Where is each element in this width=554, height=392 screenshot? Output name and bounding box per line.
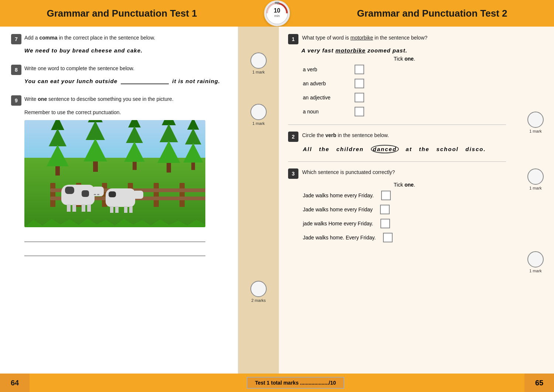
writing-line-1[interactable] (24, 231, 205, 242)
q8-text: Write one word to complete the sentence … (24, 65, 134, 72)
footer-center: Test 1 total marks ..................../… (30, 377, 554, 389)
q8-sentence-start: You can eat your lunch outside (24, 78, 119, 84)
cow-2 (106, 188, 135, 207)
test1-header: Grammar and Punctuation Test 1 (0, 0, 244, 27)
separator-2 (288, 161, 506, 162)
separator-1 (288, 125, 506, 125)
q2-circled-word: danced (371, 145, 399, 153)
q8-blank[interactable] (121, 83, 169, 84)
q1-option-3: an adjective (303, 93, 506, 102)
test2-title: Grammar and Punctuation Test 2 (357, 8, 507, 19)
svg-text:10: 10 (274, 7, 280, 14)
q1-mark-right: 1 mark (527, 112, 544, 133)
q1-opt4-box[interactable] (355, 107, 364, 116)
q9-mark: 2 marks (250, 281, 267, 303)
svg-text:min: min (274, 14, 280, 18)
tree-2 (83, 120, 107, 172)
q8-mark-circle (250, 104, 267, 120)
q9-mark-circle (250, 281, 267, 297)
q1-text: What type of word is motorbike in the se… (302, 34, 427, 42)
main-content: 7 Add a comma in the correct place in th… (0, 27, 554, 374)
q3-opt1-label: Jade walks home every Friday. (303, 192, 374, 198)
q8-row: 8 Write one word to complete the sentenc… (11, 65, 227, 75)
q3-mark-label-right: 1 mark (529, 269, 542, 273)
question-2: 2 Circle the verb in the sentence below.… (288, 132, 506, 153)
q8-sentence: You can eat your lunch outside it is not… (24, 78, 227, 84)
q2-bold: verb (325, 132, 336, 138)
q2-sentence: All the children danced at the school di… (303, 145, 506, 153)
timer-svg: 10 min (264, 2, 290, 25)
q8-sentence-end: it is not raining. (170, 78, 220, 84)
q1-opt1-box[interactable] (355, 65, 364, 74)
q8-mark: 1 mark (250, 104, 267, 126)
page-num-right: 65 (524, 374, 554, 392)
q3-option-4: Jade walks home. Every Friday. (303, 233, 506, 242)
q7-mark-circle (250, 52, 267, 69)
q7-text: Add a comma in the correct place in the … (24, 34, 155, 42)
page-num-left: 64 (0, 374, 30, 392)
test2-panel: 1 What type of word is motorbike in the … (279, 27, 517, 374)
q3-opt4-label: Jade walks home. Every Friday. (303, 235, 376, 241)
q1-badge: 1 (288, 34, 298, 44)
question-3: 3 Which sentence is punctuated correctly… (288, 168, 506, 242)
q7-sentence: We need to buy bread cheese and cake. (24, 47, 227, 54)
q1-mark-circle-right (527, 112, 544, 128)
q1-options: a verb an adverb an adjective a noun (303, 65, 506, 116)
writing-lines (24, 231, 227, 256)
far-right-column: 1 mark 1 mark 1 mark (517, 27, 554, 374)
q1-opt3-label: an adjective (303, 95, 347, 100)
writing-line-2[interactable] (24, 245, 205, 256)
q3-tick-label: Tick one. (303, 182, 506, 188)
q3-tick-bold: one (404, 182, 414, 188)
q1-underline-word: motorbike (350, 35, 373, 41)
svg-rect-2 (275, 2, 279, 4)
q3-opt1-box[interactable] (381, 191, 391, 200)
question-7: 7 Add a comma in the correct place in th… (11, 34, 227, 54)
q3-options: Jade walks home every Friday. Jade walks… (303, 191, 506, 242)
q2-mark-label-right: 1 mark (529, 186, 542, 190)
farm-image (24, 120, 205, 227)
q3-option-2: Jade walks home every Friday (303, 205, 506, 214)
tree-4 (157, 120, 180, 173)
question-9: 9 Write one sentence to describe somethi… (11, 95, 227, 256)
q1-opt1-label: a verb (303, 67, 347, 72)
test1-panel: 7 Add a comma in the correct place in th… (0, 27, 238, 374)
q3-opt2-box[interactable] (380, 205, 390, 214)
q9-sub: Remember to use the correct punctuation. (24, 109, 227, 116)
q3-text: Which sentence is punctuated correctly? (302, 168, 395, 176)
q3-opt4-box[interactable] (383, 233, 393, 242)
q9-row: 9 Write one sentence to describe somethi… (11, 95, 227, 106)
q7-row: 7 Add a comma in the correct place in th… (11, 34, 227, 44)
total-marks-box: Test 1 total marks ..................../… (247, 377, 344, 389)
q9-mark-label: 2 marks (251, 298, 266, 303)
q3-opt3-label: jade walks Home every Friday. (303, 221, 373, 226)
footer: 64 Test 1 total marks ..................… (0, 374, 554, 392)
tree-1 (47, 120, 69, 175)
q2-badge: 2 (288, 132, 298, 142)
q1-tick-label: Tick one. (303, 56, 506, 62)
q3-opt3-box[interactable] (380, 219, 390, 228)
test1-title: Grammar and Punctuation Test 1 (47, 8, 197, 19)
q3-mark-circle-right (527, 251, 544, 267)
q7-bold: comma (39, 35, 57, 41)
q2-mark-circle-right (527, 168, 544, 185)
q3-badge: 3 (288, 168, 298, 179)
q7-badge: 7 (11, 34, 21, 44)
q1-option-1: a verb (303, 65, 506, 74)
tree-3 (124, 120, 145, 170)
q9-badge: 9 (11, 95, 21, 106)
q9-text: Write one sentence to describe something… (24, 95, 174, 103)
mark-column: 1 mark 1 mark 2 marks (238, 27, 279, 374)
timer-circle: 10 min (264, 0, 290, 26)
q1-opt4-label: a noun (303, 109, 347, 115)
q1-opt3-box[interactable] (355, 93, 364, 102)
q1-sentence-underline: motorbike (335, 47, 366, 54)
q3-row: 3 Which sentence is punctuated correctly… (288, 168, 506, 179)
q3-option-3: jade walks Home every Friday. (303, 219, 506, 228)
q1-option-2: an adverb (303, 79, 506, 88)
q1-option-4: a noun (303, 107, 506, 116)
q1-opt2-box[interactable] (355, 79, 364, 88)
q8-badge: 8 (11, 65, 21, 75)
cow-1 (61, 185, 95, 205)
header: Grammar and Punctuation Test 1 10 min Gr… (0, 0, 554, 27)
